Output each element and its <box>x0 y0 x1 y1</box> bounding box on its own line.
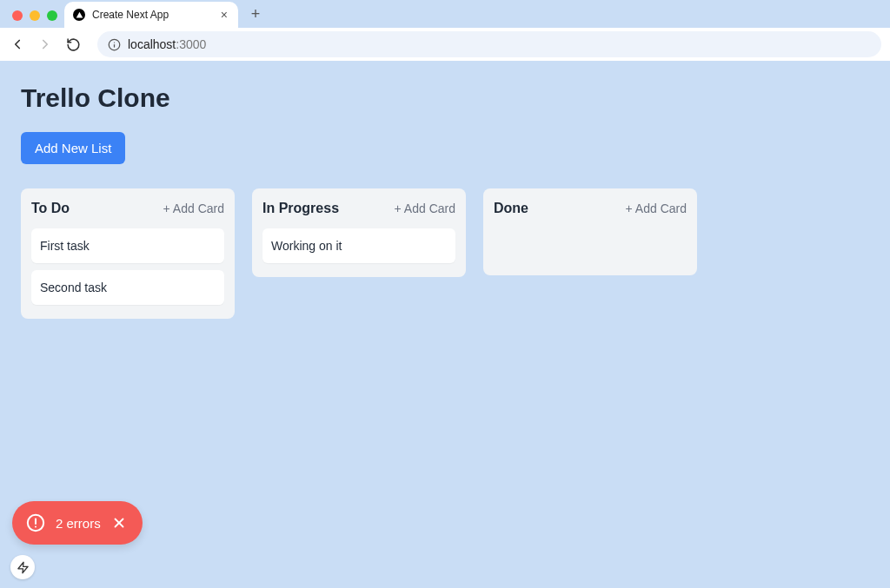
card[interactable]: Working on it <box>262 228 455 263</box>
url-text: localhost:3000 <box>128 37 206 51</box>
list-title: Done <box>494 201 528 216</box>
list-done: Done + Add Card <box>483 188 697 275</box>
reload-button[interactable] <box>64 36 82 53</box>
list-header: In Progress + Add Card <box>262 201 455 216</box>
window-minimize-dot[interactable] <box>30 10 40 21</box>
board: To Do + Add Card First task Second task … <box>21 188 869 319</box>
page-content: Trello Clone Add New List To Do + Add Ca… <box>0 61 890 341</box>
tab-close-icon[interactable]: × <box>219 8 229 22</box>
address-bar[interactable]: localhost:3000 <box>97 31 881 57</box>
tab-favicon <box>73 9 85 21</box>
new-tab-button[interactable]: + <box>243 2 268 26</box>
list-header: Done + Add Card <box>494 201 687 216</box>
tab-title: Create Next App <box>92 9 212 21</box>
error-toast[interactable]: 2 errors <box>12 501 143 545</box>
add-card-button[interactable]: + Add Card <box>395 202 455 215</box>
nextjs-dev-indicator[interactable] <box>10 555 35 579</box>
forward-button[interactable] <box>37 36 54 53</box>
error-text: 2 errors <box>56 516 101 531</box>
add-new-list-button[interactable]: Add New List <box>21 132 125 164</box>
add-card-button[interactable]: + Add Card <box>626 202 687 215</box>
window-close-dot[interactable] <box>12 10 23 21</box>
list-title: To Do <box>31 201 70 216</box>
list-todo: To Do + Add Card First task Second task <box>21 188 235 319</box>
tab-bar: Create Next App × + <box>0 0 890 28</box>
browser-chrome: Create Next App × + localhost:3000 <box>0 0 890 61</box>
site-info-icon[interactable] <box>108 38 121 51</box>
card[interactable]: Second task <box>31 270 224 305</box>
window-controls <box>9 10 64 28</box>
back-button[interactable] <box>9 36 26 53</box>
window-maximize-dot[interactable] <box>47 10 57 21</box>
card[interactable]: First task <box>31 228 224 263</box>
browser-tab[interactable]: Create Next App × <box>64 2 238 28</box>
add-card-button[interactable]: + Add Card <box>163 202 224 215</box>
error-circle-icon <box>26 513 45 532</box>
list-in-progress: In Progress + Add Card Working on it <box>252 188 466 277</box>
list-header: To Do + Add Card <box>31 201 224 216</box>
page-title: Trello Clone <box>21 83 869 113</box>
close-icon[interactable] <box>111 515 127 531</box>
list-title: In Progress <box>262 201 339 216</box>
svg-marker-8 <box>17 562 27 573</box>
browser-toolbar: localhost:3000 <box>0 28 890 61</box>
